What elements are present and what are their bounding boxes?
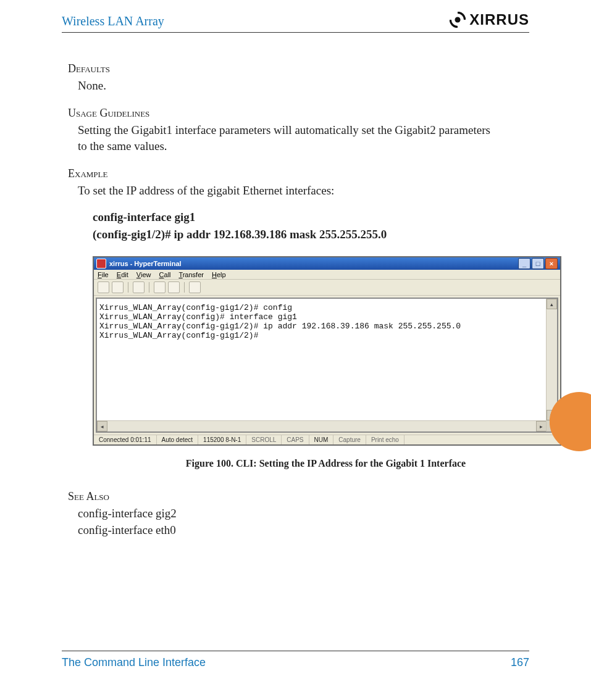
status-print: Print echo [366, 435, 404, 444]
seealso-item-1: config-interface gig2 [78, 506, 498, 522]
scroll-up-icon[interactable]: ▴ [547, 299, 557, 309]
toolbar-separator [184, 282, 185, 293]
footer-left: The Command Line Interface [62, 656, 206, 669]
example-command-1: config-interface gig1 [93, 209, 529, 226]
toolbar-new-icon[interactable] [98, 281, 109, 293]
minimize-button[interactable]: _ [518, 258, 530, 269]
brand-icon [450, 12, 466, 28]
status-scroll: SCROLL [246, 435, 282, 444]
toolbar-separator [128, 282, 128, 293]
status-caps: CAPS [282, 435, 309, 444]
menu-help[interactable]: Help [212, 271, 226, 278]
figure-caption: Figure 100. CLI: Setting the IP Address … [93, 458, 559, 469]
status-capture: Capture [333, 435, 366, 444]
maximize-button[interactable]: □ [532, 258, 544, 269]
scroll-left-icon[interactable]: ◂ [97, 421, 107, 431]
brand-logo: XIRRUS [450, 11, 529, 28]
hyperterminal-window: xirrus - HyperTerminal _ □ × File Edit V… [93, 256, 561, 446]
defaults-body: None. [78, 78, 498, 94]
menu-view[interactable]: View [136, 271, 151, 278]
status-connected: Connected 0:01:11 [94, 435, 157, 444]
app-icon [96, 259, 106, 269]
menu-file[interactable]: File [98, 271, 109, 278]
toolbar-separator [149, 282, 149, 293]
close-button[interactable]: × [545, 258, 558, 269]
svg-point-0 [455, 17, 461, 22]
status-detect: Auto detect [157, 435, 199, 444]
defaults-heading: Defaults [68, 62, 529, 75]
seealso-heading: See Also [68, 490, 529, 503]
window-title: xirrus - HyperTerminal [109, 260, 182, 267]
menu-call[interactable]: Call [159, 271, 171, 278]
scroll-right-icon[interactable]: ▸ [536, 421, 547, 431]
vertical-scrollbar[interactable]: ▴ ▾ [546, 299, 557, 420]
page-header-title: Wireless LAN Array [62, 14, 164, 28]
status-bar: Connected 0:01:11 Auto detect 115200 8-N… [94, 435, 560, 444]
seealso-item-2: config-interface eth0 [78, 522, 498, 539]
menu-transfer[interactable]: Transfer [178, 271, 204, 278]
window-titlebar[interactable]: xirrus - HyperTerminal _ □ × [94, 257, 560, 270]
usage-heading: Usage Guidelines [68, 107, 529, 120]
toolbar-send-icon[interactable] [168, 281, 180, 293]
status-num: NUM [309, 435, 334, 444]
page-number: 167 [511, 656, 529, 669]
terminal-area[interactable]: Xirrus_WLAN_Array(config-gig1/2)# config… [96, 298, 558, 433]
horizontal-scrollbar[interactable]: ◂ ▸ [97, 420, 547, 431]
example-heading: Example [68, 167, 529, 180]
toolbar-open-icon[interactable] [112, 281, 124, 293]
example-command-2: (config-gig1/2)# ip addr 192.168.39.186 … [93, 226, 529, 243]
terminal-output: Xirrus_WLAN_Array(config-gig1/2)# config… [97, 299, 557, 346]
toolbar-disconnect-icon[interactable] [154, 281, 166, 293]
menu-bar: File Edit View Call Transfer Help [94, 270, 560, 280]
example-body: To set the IP address of the gigabit Eth… [78, 183, 498, 199]
status-mode: 115200 8-N-1 [198, 435, 246, 444]
brand-text: XIRRUS [469, 11, 529, 28]
toolbar-connect-icon[interactable] [133, 281, 145, 293]
menu-edit[interactable]: Edit [117, 271, 128, 278]
toolbar [94, 280, 560, 296]
usage-body: Setting the Gigabit1 interface parameter… [78, 122, 498, 155]
toolbar-properties-icon[interactable] [189, 281, 201, 293]
